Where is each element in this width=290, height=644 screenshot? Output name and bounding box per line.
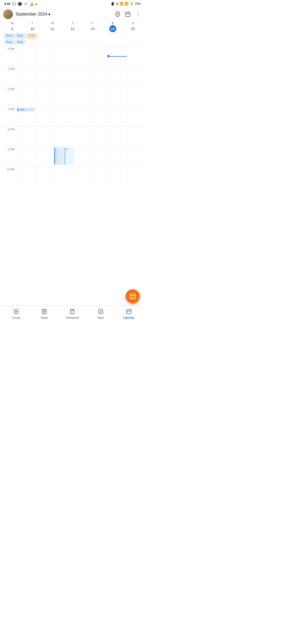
dropdown-arrow-icon: ▾ xyxy=(48,12,50,17)
notification-icon: 🔔 xyxy=(30,2,34,6)
dot-icon: ● xyxy=(35,2,37,5)
event-stacked-1[interactable]: xtb/Te... xyxy=(54,147,64,165)
event-busy-4[interactable]: Busy xyxy=(15,40,25,44)
time-row-4pm: 4 PM xyxy=(0,46,145,66)
battery-text: 75% xyxy=(135,2,141,5)
nav-create[interactable]: Create xyxy=(2,307,30,321)
day-col-thu[interactable]: T 12 xyxy=(63,21,83,32)
add-task-button[interactable] xyxy=(114,10,121,18)
events-row-2: Busy Busy xyxy=(2,40,143,46)
day-col-fri[interactable]: F 13 xyxy=(82,21,103,32)
dnd-icon: ⊖ xyxy=(116,2,118,6)
notes-label: Notes xyxy=(41,316,48,319)
events-row-1: Busy Busy Onam xyxy=(2,33,143,40)
week-strip: M 9 T 10 W 11 T 12 F 13 S 14 S 15 Busy xyxy=(0,21,145,46)
day-col-tue[interactable]: T 10 xyxy=(22,21,42,32)
svg-point-7 xyxy=(138,12,139,13)
nav-notebooks[interactable]: Notebooks xyxy=(59,307,87,321)
battery-icon: 🔋 xyxy=(130,2,134,6)
time-row-5pm: 5 PM xyxy=(0,66,145,86)
time-row-8pm: 8 PM xyxy=(0,126,145,147)
current-time-line xyxy=(108,56,126,57)
time-row-6pm: 6 PM xyxy=(0,86,145,106)
time-row-10pm: 10 PM xyxy=(0,167,145,187)
notebooks-label: Notebooks xyxy=(66,316,79,319)
status-left: 4:18 💬 ⚫ 📧 🔔 ● xyxy=(4,2,37,6)
fab-create-event[interactable] xyxy=(126,289,140,303)
month-title[interactable]: September 2024 ▾ xyxy=(16,12,111,17)
wifi-icon: 📶 xyxy=(119,2,124,6)
svg-point-8 xyxy=(138,14,139,15)
whatsapp-icon: 💬 xyxy=(12,2,16,6)
calendar-nav-label: Calendar xyxy=(123,316,135,319)
header-icons xyxy=(114,10,142,18)
event-busy-1[interactable]: Busy xyxy=(4,33,15,39)
signal-icon: 📶 xyxy=(125,2,129,6)
calendar-view-button[interactable] xyxy=(124,10,132,18)
vibrate-icon: 📳 xyxy=(111,2,115,6)
event-lapt[interactable]: Lapt... xyxy=(17,108,34,111)
time-grid: 4 PM 5 PM 6 PM xyxy=(0,46,145,312)
day-col-sun[interactable]: S 15 xyxy=(123,21,143,32)
avatar[interactable] xyxy=(3,9,13,19)
time-row-7pm: 7 PM Lapt... xyxy=(0,106,145,126)
svg-point-9 xyxy=(138,16,139,16)
svg-point-26 xyxy=(99,309,103,314)
time-row-9pm: 9 PM xtb/Te... An... xyxy=(0,147,145,167)
day-col-mon[interactable]: M 9 xyxy=(2,21,22,32)
event-onam[interactable]: Onam xyxy=(26,33,37,39)
svg-rect-25 xyxy=(71,309,71,314)
week-days-row: M 9 T 10 W 11 T 12 F 13 S 14 S 15 xyxy=(2,21,143,33)
day-col-wed[interactable]: W 11 xyxy=(42,21,63,32)
status-bar: 4:18 💬 ⚫ 📧 🔔 ● 📳 ⊖ 📶 📶 🔋 75% xyxy=(0,0,145,8)
time: 4:18 xyxy=(4,2,10,5)
svg-rect-31 xyxy=(127,309,128,313)
more-options-button[interactable] xyxy=(134,10,142,18)
notebooks-icon xyxy=(70,309,75,316)
svg-rect-3 xyxy=(126,12,130,17)
nav-tasks[interactable]: Tasks xyxy=(86,307,115,321)
calendar-nav-icon xyxy=(126,309,132,316)
nav-calendar[interactable]: Calendar xyxy=(115,307,143,321)
tasks-icon xyxy=(98,309,104,316)
event-stacked-2[interactable]: An... xyxy=(64,147,74,165)
event-busy-2[interactable]: Busy xyxy=(15,33,25,39)
month-year-text: September 2024 xyxy=(16,12,47,17)
tasks-label: Tasks xyxy=(97,316,104,319)
bottom-nav: Create Notes Notebooks xyxy=(0,305,145,322)
status-right: 📳 ⊖ 📶 📶 🔋 75% xyxy=(111,2,141,6)
nav-notes[interactable]: Notes xyxy=(30,307,59,321)
header: September 2024 ▾ xyxy=(0,8,145,21)
create-icon xyxy=(13,309,19,316)
day-col-sat[interactable]: S 14 xyxy=(103,21,123,32)
event-busy-3[interactable]: Busy xyxy=(4,40,15,44)
circle-icon: ⚫ xyxy=(18,2,22,6)
notes-icon xyxy=(41,309,47,316)
mail-icon: 📧 xyxy=(24,2,28,6)
create-label: Create xyxy=(12,316,20,319)
svg-rect-27 xyxy=(126,309,131,314)
